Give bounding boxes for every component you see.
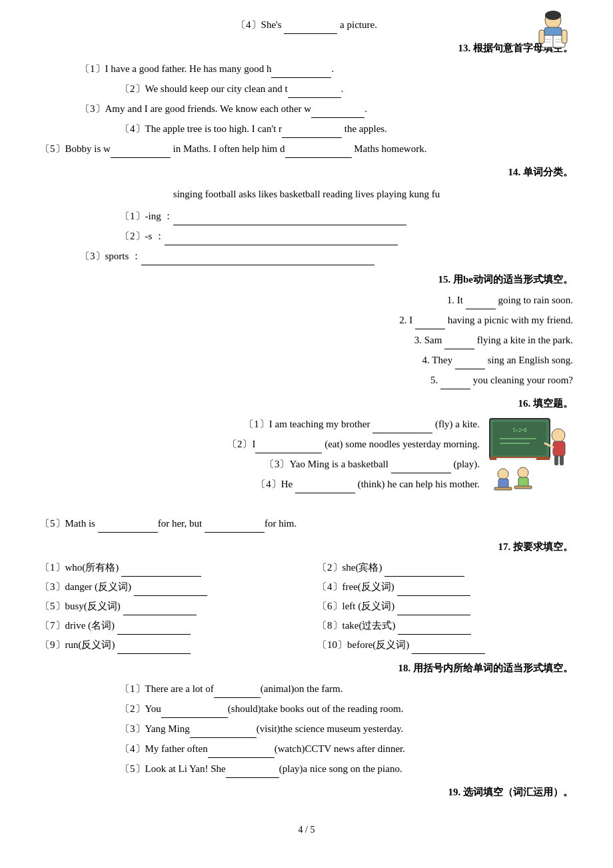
s17-row3: 〔5〕busy(反义词) 〔6〕left (反义词) bbox=[40, 597, 573, 615]
svg-rect-5 bbox=[539, 30, 544, 43]
s15-q4: 4. They sing an English song. bbox=[40, 351, 573, 369]
q4-blank bbox=[284, 23, 337, 34]
student-icon bbox=[530, 10, 576, 57]
s17-q1: 〔1〕who(所有格) bbox=[40, 559, 296, 577]
svg-text:5+2=8: 5+2=8 bbox=[512, 427, 526, 433]
s15-q2: 2. I having a picnic with my friend. bbox=[40, 311, 573, 329]
s17-q10: 〔10〕before(反义词) bbox=[317, 636, 573, 654]
svg-rect-22 bbox=[560, 455, 564, 465]
s18-q4: 〔4〕My father often(watch)CCTV news after… bbox=[40, 740, 573, 758]
svg-rect-28 bbox=[514, 486, 532, 489]
s18-q1: 〔1〕There are a lot of(animal)on the farm… bbox=[40, 680, 573, 698]
s14-wordlist: singing football asks likes basketball r… bbox=[40, 185, 573, 203]
section13-title: 13. 根据句意首字母填空。 bbox=[40, 39, 573, 57]
q4-suffix: a picture. bbox=[340, 19, 377, 30]
s17-q4: 〔4〕free(反义词) bbox=[317, 578, 573, 596]
svg-point-25 bbox=[518, 467, 528, 478]
svg-rect-6 bbox=[562, 30, 567, 43]
s18-q3: 〔3〕Yang Ming(visit)the science museum ye… bbox=[40, 720, 573, 738]
section18-title: 18. 用括号内所给单词的适当形式填空。 bbox=[40, 659, 573, 677]
svg-point-1 bbox=[545, 11, 561, 20]
section19-title: 19. 选词填空（词汇运用）。 bbox=[40, 783, 573, 801]
svg-point-23 bbox=[498, 469, 508, 479]
s17-q6: 〔6〕left (反义词) bbox=[317, 597, 573, 615]
svg-point-18 bbox=[552, 429, 565, 442]
s17-q7: 〔7〕drive (名词) bbox=[40, 617, 296, 635]
s18-q2: 〔2〕You(should)take books out of the read… bbox=[40, 700, 573, 718]
section16-title: 16. 填空题。 bbox=[40, 395, 573, 413]
s16-q5: 〔5〕Math is for her, but for him. bbox=[40, 515, 573, 533]
s15-q3: 3. Sam flying a kite in the park. bbox=[40, 331, 573, 349]
section17-title: 17. 按要求填空。 bbox=[40, 538, 573, 556]
s13-q5: 〔5〕Bobby is w in Maths. I often help him… bbox=[40, 140, 573, 158]
s15-q1: 1. It going to rain soon. bbox=[40, 291, 573, 309]
s13-q4: 〔4〕The apple tree is too high. I can't r… bbox=[40, 120, 573, 138]
q4-text: 〔4〕She's bbox=[236, 19, 282, 30]
s13-q3: 〔3〕Amy and I are good friends. We know e… bbox=[40, 100, 573, 118]
s17-row5: 〔9〕run(反义词) 〔10〕before(反义词) bbox=[40, 636, 573, 654]
section14-title: 14. 单词分类。 bbox=[40, 163, 573, 181]
s18-q5: 〔5〕Look at Li Yan! She(play)a nice song … bbox=[40, 760, 573, 778]
s17-q8: 〔8〕take(过去式) bbox=[317, 617, 573, 635]
s17-row4: 〔7〕drive (名词) 〔8〕take(过去式) bbox=[40, 617, 573, 635]
q4-line: 〔4〕She's a picture. bbox=[40, 16, 573, 34]
svg-rect-17 bbox=[496, 458, 536, 460]
s17-q3: 〔3〕danger (反义词) bbox=[40, 578, 296, 596]
section15-title: 15. 用be动词的适当形式填空。 bbox=[40, 271, 573, 289]
s13-q1: 〔1〕I have a good father. He has many goo… bbox=[40, 60, 573, 78]
s14-q2: 〔2〕-s ： bbox=[40, 227, 573, 245]
s14-q3: 〔3〕sports ： bbox=[40, 247, 573, 265]
s17-row1: 〔1〕who(所有格) 〔2〕she(宾格) bbox=[40, 559, 573, 577]
s15-q5: 5. you cleaning your room? bbox=[40, 371, 573, 389]
classroom-icon: 5+2=8 bbox=[486, 415, 573, 501]
s17-row2: 〔3〕danger (反义词) 〔4〕free(反义词) bbox=[40, 578, 573, 596]
s17-q2: 〔2〕she(宾格) bbox=[317, 559, 573, 577]
page-number: 4 / 5 bbox=[40, 821, 573, 838]
svg-rect-21 bbox=[554, 455, 558, 465]
s17-q9: 〔9〕run(反义词) bbox=[40, 636, 296, 654]
s13-q2: 〔2〕We should keep our city clean and t. bbox=[40, 80, 573, 98]
s17-q5: 〔5〕busy(反义词) bbox=[40, 597, 296, 615]
svg-rect-19 bbox=[553, 441, 565, 456]
svg-rect-27 bbox=[494, 487, 512, 490]
s14-q1: 〔1〕-ing ： bbox=[40, 207, 573, 225]
